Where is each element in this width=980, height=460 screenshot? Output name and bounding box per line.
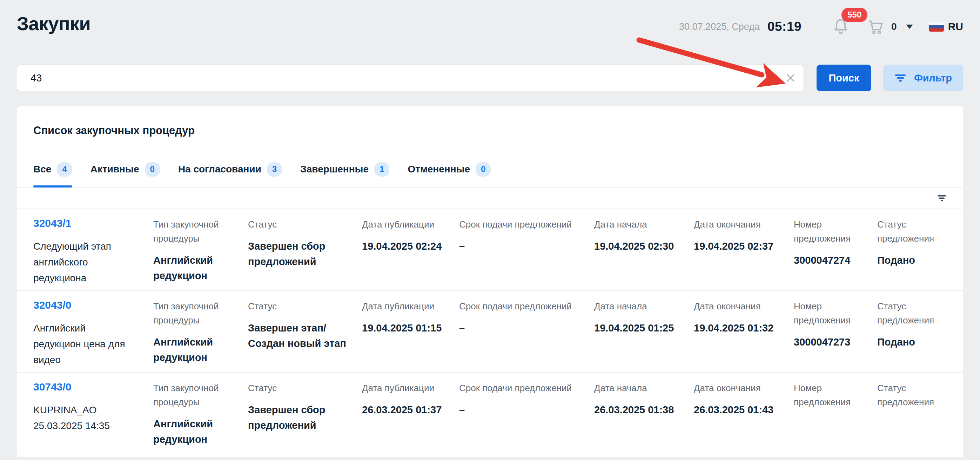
- value-type: Английский редукцион: [153, 334, 238, 365]
- value-published: 19.04.2025 02:24: [362, 238, 449, 254]
- cell-published: Дата публикации 19.04.2025 02:24: [362, 217, 459, 291]
- procedure-description: Английский редукцион цена для видео: [33, 320, 143, 367]
- cell-start: Дата начала 26.03.2025 01:38: [594, 381, 694, 454]
- procedures-table: 32043/1 Следующий этап английского редук…: [17, 209, 963, 454]
- label-status: Статус: [248, 381, 352, 395]
- value-status: Завершен этап/ Создан новый этап: [248, 320, 352, 351]
- cell-type: Тип закупочной процедуры Английский реду…: [153, 299, 248, 372]
- cell-start: Дата начала 19.04.2025 01:25: [594, 299, 694, 372]
- label-status: Статус: [248, 299, 352, 313]
- value-end: 19.04.2025 02:37: [694, 238, 784, 254]
- label-start: Дата начала: [594, 299, 684, 313]
- value-start: 19.04.2025 02:30: [594, 238, 684, 254]
- clear-search-button[interactable]: [785, 72, 796, 83]
- label-deadline: Срок подачи предложений: [459, 217, 584, 232]
- search-input[interactable]: [17, 65, 804, 91]
- cart-count: 0: [891, 21, 897, 32]
- tab[interactable]: Отмененные 0: [407, 162, 491, 187]
- value-offer-number: 3000047274: [794, 252, 867, 268]
- tab-label: Активные: [91, 164, 139, 175]
- label-end: Дата окончания: [694, 381, 784, 395]
- search-row: Поиск Фильтр: [0, 65, 980, 91]
- value-status: Завершен сбор предложений: [248, 238, 352, 269]
- label-type: Тип закупочной процедуры: [153, 381, 238, 409]
- page-title: Закупки: [17, 13, 91, 34]
- tab[interactable]: Все 4: [33, 162, 72, 187]
- tab[interactable]: На согласовании 3: [178, 162, 282, 187]
- language-flag-icon[interactable]: [929, 22, 944, 32]
- value-start: 26.03.2025 01:38: [594, 402, 684, 417]
- value-deadline: –: [459, 238, 584, 254]
- label-published: Дата публикации: [362, 299, 449, 313]
- header-date: 30.07.2025, Среда: [679, 21, 760, 32]
- tab[interactable]: Активные 0: [91, 162, 160, 187]
- value-status: Завершен сбор предложений: [248, 402, 352, 433]
- cart-icon: [867, 18, 884, 35]
- label-published: Дата публикации: [362, 217, 449, 232]
- cart-button[interactable]: 0: [867, 18, 897, 35]
- top-bar: Закупки 30.07.2025, Среда 05:19 550 0 RU: [0, 0, 980, 36]
- cell-status: Статус Завершен сбор предложений: [248, 381, 362, 454]
- cell-type: Тип закупочной процедуры Английский реду…: [153, 217, 248, 291]
- label-end: Дата окончания: [694, 217, 784, 232]
- label-status: Статус: [248, 217, 352, 232]
- header-clock: 05:19: [767, 19, 802, 34]
- cart-dropdown-caret-icon[interactable]: [906, 25, 913, 29]
- label-offer-status: Статус предложения: [877, 217, 937, 246]
- label-type: Тип закупочной процедуры: [153, 217, 238, 246]
- label-offer-number: Номер предложения: [794, 381, 867, 409]
- filter-button[interactable]: Фильтр: [883, 65, 963, 91]
- cell-offer-status: Статус предложения Подано: [877, 217, 947, 291]
- label-start: Дата начала: [594, 217, 684, 232]
- header-right-cluster: 30.07.2025, Среда 05:19 550 0 RU: [679, 18, 963, 36]
- tab-count-badge: 4: [57, 162, 72, 177]
- value-type: Английский редукцион: [153, 416, 238, 447]
- cell-type: Тип закупочной процедуры Английский реду…: [153, 381, 248, 454]
- label-published: Дата публикации: [362, 381, 449, 395]
- tab-label: Все: [33, 164, 51, 175]
- procedures-card: Список закупочных процедур Все 4 Активны…: [17, 106, 963, 457]
- procedure-link[interactable]: 32043/0: [33, 299, 71, 311]
- cell-deadline: Срок подачи предложений –: [459, 381, 594, 454]
- cell-procedure: 32043/0 Английский редукцион цена для ви…: [33, 299, 153, 372]
- notifications-count-badge: 550: [842, 8, 867, 22]
- label-offer-number: Номер предложения: [794, 299, 867, 327]
- cell-offer-number: Номер предложения: [794, 381, 877, 454]
- search-box: [17, 65, 804, 91]
- filter-icon: [894, 73, 906, 83]
- cell-deadline: Срок подачи предложений –: [459, 299, 594, 372]
- table-row[interactable]: 30743/0 KUPRINA_AO 25.03.2025 14:35 Тип …: [17, 372, 963, 454]
- value-type: Английский редукцион: [153, 252, 238, 283]
- value-published: 19.04.2025 01:15: [362, 320, 449, 336]
- cell-offer-status: Статус предложения: [877, 381, 947, 454]
- cell-procedure: 30743/0 KUPRINA_AO 25.03.2025 14:35: [33, 381, 153, 454]
- notifications-button[interactable]: 550: [832, 18, 849, 36]
- language-switcher[interactable]: RU: [948, 21, 963, 33]
- value-offer-status: Подано: [877, 252, 937, 268]
- procedure-description: Следующий этап английского редукциона: [33, 238, 143, 286]
- table-row[interactable]: 32043/1 Следующий этап английского редук…: [17, 209, 963, 291]
- value-published: 26.03.2025 01:37: [362, 402, 449, 417]
- search-button[interactable]: Поиск: [816, 65, 871, 91]
- table-filter-button[interactable]: [937, 194, 947, 202]
- cell-end: Дата окончания 19.04.2025 01:32: [694, 299, 794, 372]
- cell-end: Дата окончания 26.03.2025 01:43: [694, 381, 794, 454]
- procedure-link[interactable]: 32043/1: [33, 217, 71, 229]
- tabs: Все 4 Активные 0 На согласовании 3 Завер…: [33, 162, 947, 187]
- value-offer-status: Подано: [877, 334, 937, 350]
- label-start: Дата начала: [594, 381, 684, 395]
- cell-status: Статус Завершен сбор предложений: [248, 217, 362, 291]
- procedure-link[interactable]: 30743/0: [33, 381, 71, 393]
- tab-count-badge: 0: [145, 162, 160, 177]
- tab[interactable]: Завершенные 1: [300, 162, 389, 187]
- label-offer-number: Номер предложения: [794, 217, 867, 246]
- cell-start: Дата начала 19.04.2025 02:30: [594, 217, 694, 291]
- cell-offer-status: Статус предложения Подано: [877, 299, 947, 372]
- value-end: 26.03.2025 01:43: [694, 402, 784, 417]
- cell-published: Дата публикации 26.03.2025 01:37: [362, 381, 459, 454]
- table-row[interactable]: 32043/0 Английский редукцион цена для ви…: [17, 291, 963, 372]
- filter-button-label: Фильтр: [914, 72, 952, 84]
- cell-end: Дата окончания 19.04.2025 02:37: [694, 217, 794, 291]
- value-deadline: –: [459, 402, 584, 417]
- tab-label: На согласовании: [178, 164, 261, 175]
